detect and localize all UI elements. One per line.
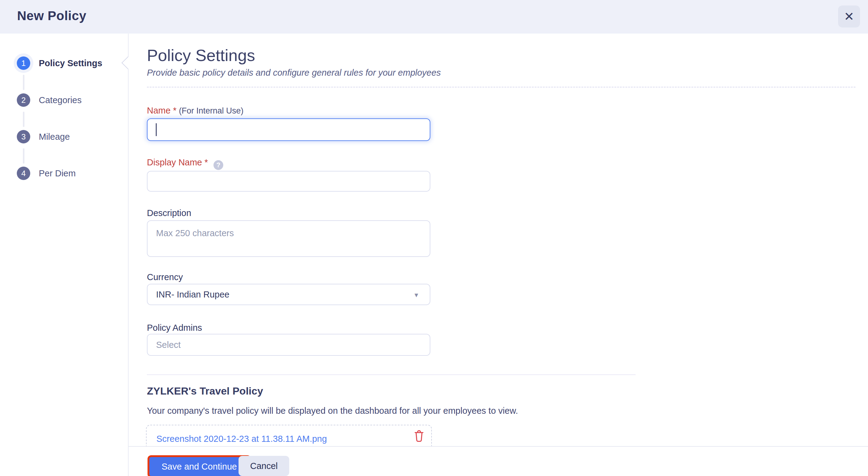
- help-icon[interactable]: ?: [214, 160, 223, 170]
- required-asterisk: *: [173, 106, 176, 115]
- modal-footer: Save and Continue Cancel: [129, 446, 868, 476]
- required-asterisk: *: [205, 158, 208, 167]
- save-and-continue-button[interactable]: Save and Continue: [149, 457, 249, 476]
- section-dashed-divider: [147, 87, 856, 88]
- travel-policy-description: Your company's travel policy will be dis…: [147, 406, 518, 416]
- page-subtitle: Provide basic policy details and configu…: [147, 68, 441, 78]
- step-policy-settings[interactable]: 1 Policy Settings: [17, 57, 102, 70]
- step-label: Per Diem: [39, 168, 76, 178]
- section-divider: [147, 374, 636, 375]
- travel-policy-heading: ZYLKER's Travel Policy: [147, 385, 263, 397]
- cancel-button[interactable]: Cancel: [239, 456, 289, 476]
- step-connector: [23, 148, 25, 164]
- step-connector: [23, 112, 25, 127]
- display-name-input[interactable]: [147, 171, 430, 192]
- description-textarea[interactable]: [147, 220, 430, 257]
- chevron-down-icon: ▼: [413, 292, 419, 299]
- step-mileage[interactable]: 3 Mileage: [17, 130, 70, 143]
- name-label-hint: (For Internal Use): [179, 106, 244, 115]
- name-label-text: Name: [147, 106, 170, 115]
- step-number-badge: 3: [17, 130, 30, 143]
- step-connector: [23, 75, 25, 90]
- sidebar-divider: [128, 34, 129, 476]
- modal-title: New Policy: [17, 8, 87, 23]
- step-per-diem[interactable]: 4 Per Diem: [17, 167, 76, 180]
- step-label: Policy Settings: [39, 58, 102, 68]
- step-label: Mileage: [39, 132, 70, 142]
- step-number-badge: 1: [17, 57, 30, 70]
- close-button[interactable]: ✕: [838, 5, 860, 28]
- policy-admins-select-input[interactable]: [147, 334, 430, 356]
- close-icon: ✕: [844, 10, 854, 23]
- currency-selected-value: INR- Indian Rupee: [156, 290, 229, 300]
- currency-field-label: Currency: [147, 272, 183, 282]
- step-label: Categories: [39, 95, 82, 105]
- description-field-label: Description: [147, 208, 191, 218]
- step-number-badge: 4: [17, 167, 30, 180]
- text-cursor: [156, 123, 157, 136]
- name-field-label: Name * (For Internal Use): [147, 106, 243, 116]
- active-step-caret-icon: [122, 57, 134, 69]
- trash-icon: [412, 429, 426, 444]
- display-name-field-label: Display Name * ?: [147, 158, 223, 170]
- step-number-badge: 2: [17, 93, 30, 107]
- page-title: Policy Settings: [147, 46, 255, 65]
- name-input[interactable]: [147, 118, 430, 141]
- delete-attachment-button[interactable]: [412, 429, 426, 444]
- attachment-filename-link[interactable]: Screenshot 2020-12-23 at 11.38.11 AM.png: [156, 434, 327, 444]
- policy-admins-field-label: Policy Admins: [147, 323, 202, 333]
- modal-header: New Policy ✕: [0, 0, 868, 34]
- step-categories[interactable]: 2 Categories: [17, 93, 82, 107]
- currency-select[interactable]: INR- Indian Rupee ▼: [147, 284, 430, 305]
- display-name-label-text: Display Name: [147, 158, 202, 167]
- new-policy-modal: New Policy ✕ 1 Policy Settings 2 Categor…: [0, 0, 868, 476]
